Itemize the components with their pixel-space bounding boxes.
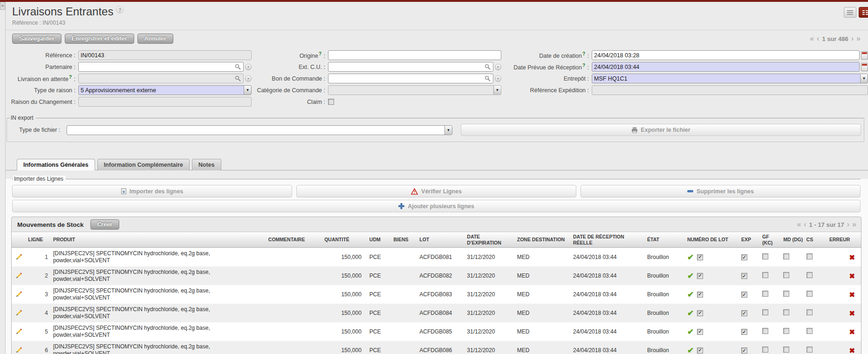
field-warehouse-select[interactable]: MSF HQ1C1▼ <box>592 74 868 83</box>
expiry-date-cell: 31/12/2020 <box>465 304 515 322</box>
biens-cell <box>392 248 418 267</box>
calendar-icon[interactable] <box>861 51 868 60</box>
column-header-udm[interactable]: UDM <box>368 232 392 248</box>
stock-move-row: 4 [DINJSPEC2VS] SPECTINOMYCIN hydrochlor… <box>12 304 861 322</box>
file-type-select[interactable]: ▼ <box>67 125 452 135</box>
save-edit-button[interactable]: Enregistrer et éditer <box>65 34 134 44</box>
column-header-erreur[interactable]: ERREUR <box>828 232 861 248</box>
lines-pager-next-button[interactable]: › <box>847 221 849 228</box>
lines-pager-last-button[interactable]: » <box>852 221 856 228</box>
edit-line-icon[interactable] <box>16 290 23 299</box>
column-header-biens[interactable]: BIENS <box>392 232 418 248</box>
open-search-icon[interactable]: ▼ <box>495 75 501 82</box>
delete-line-icon[interactable]: ✖ <box>849 328 855 335</box>
lot-number-checkbox: ✓ <box>697 273 703 279</box>
delete-line-icon[interactable]: ✖ <box>849 291 855 298</box>
open-search-icon[interactable]: ▼ <box>495 64 501 70</box>
field-backorder-input <box>78 74 244 83</box>
form-icon <box>862 10 868 15</box>
pager-last-button[interactable]: » <box>856 35 861 42</box>
list-view-button[interactable] <box>844 7 856 18</box>
column-header-etat[interactable]: ÉTAT <box>646 232 686 248</box>
reception-date-cell: 24/04/2018 03:44 <box>572 341 646 354</box>
exp-checkbox: ✓ <box>741 292 747 298</box>
quantity-cell: 150,000 <box>323 341 368 354</box>
column-header-cs[interactable]: CS <box>805 232 828 248</box>
delete-line-icon[interactable]: ✖ <box>849 254 855 261</box>
column-header-lot[interactable]: LOT <box>418 232 465 248</box>
field-creation-date-input[interactable]: 24/04/2018 03:28 <box>592 50 860 60</box>
column-header-gf-kc[interactable]: GF (KC) <box>761 232 782 248</box>
comment-cell <box>267 322 323 341</box>
lines-pager-first-button[interactable]: « <box>797 221 801 228</box>
import-lines-button[interactable]: Importer des lignes <box>12 185 292 197</box>
record-pager: « ‹ 1 sur 486 › » <box>810 35 861 42</box>
state-cell: Brouillon <box>646 248 686 267</box>
exp-checkbox: ✓ <box>741 254 747 260</box>
lines-pager-prev-button[interactable]: ‹ <box>804 221 806 228</box>
field-expected-date-input[interactable]: 24/04/2018 03:44 <box>592 62 860 72</box>
column-header-ligne[interactable]: LIGNE <box>27 232 52 248</box>
verify-lines-button[interactable]: Vérifier Lignes <box>296 185 576 197</box>
md-dg-checkbox: ✓ <box>783 347 789 353</box>
gf-kc-checkbox: ✓ <box>762 253 768 259</box>
field-shipment-ref-label: Référence Expédition : <box>504 87 589 94</box>
column-header-numero-de-lot[interactable]: NUMÉRO DE LOT <box>686 232 740 248</box>
cancel-button[interactable]: Annuler <box>137 34 173 44</box>
chevron-down-icon[interactable]: ▼ <box>244 86 251 95</box>
tab-notes[interactable]: Notes <box>192 159 221 170</box>
delete-line-icon[interactable]: ✖ <box>849 272 855 279</box>
column-header-zone-destination[interactable]: ZONE DESTINATION <box>516 232 572 248</box>
field-purchase-order-input[interactable] <box>328 74 493 83</box>
column-header-produit[interactable]: PRODUIT <box>52 232 267 248</box>
pager-first-button[interactable]: « <box>810 35 814 42</box>
edit-line-icon[interactable] <box>16 327 23 336</box>
column-header-commentaire[interactable]: COMMENTAIRE <box>267 232 323 248</box>
tab-informations-generales[interactable]: Informations Générales <box>17 159 95 170</box>
edit-line-icon[interactable] <box>16 346 23 354</box>
expand-sidebar-icon[interactable]: » <box>0 2 5 10</box>
search-icon[interactable] <box>485 64 491 70</box>
field-ext-cu-input[interactable] <box>328 62 493 72</box>
field-origin-input[interactable] <box>328 50 501 60</box>
add-multiple-lines-button[interactable]: Ajouter plusieurs lignes <box>12 200 861 212</box>
calendar-icon[interactable] <box>861 63 868 71</box>
save-button[interactable]: Sauvegarder <box>12 34 62 44</box>
title-help-icon[interactable]: ? <box>116 6 123 14</box>
delete-line-icon[interactable]: ✖ <box>849 347 855 354</box>
search-icon[interactable] <box>235 64 241 70</box>
form-view-button[interactable] <box>859 7 868 18</box>
edit-line-icon[interactable] <box>16 272 23 280</box>
open-search-icon[interactable]: ▼ <box>245 64 252 70</box>
pager-prev-button[interactable]: ‹ <box>817 35 819 42</box>
column-header-date-expiration[interactable]: DATE D'EXPIRATION <box>465 232 515 248</box>
create-line-button[interactable]: Créer <box>90 219 120 230</box>
export-file-button[interactable]: Exporter le fichier <box>461 124 861 136</box>
delete-line-icon[interactable]: ✖ <box>849 310 855 317</box>
state-cell: Brouillon <box>646 322 686 341</box>
field-reason-type-select[interactable]: 5 Approvisionnement externe▼ <box>78 85 252 95</box>
line-valid-icon: ✔ <box>687 253 694 261</box>
column-header-date-reception[interactable]: DATE DE RÉCEPTION RÉELLE <box>572 232 646 248</box>
tab-information-complementaire[interactable]: Information Complémentaire <box>97 159 190 170</box>
edit-line-icon[interactable] <box>16 309 23 318</box>
cs-checkbox: ✓ <box>806 291 813 297</box>
search-icon[interactable] <box>485 75 491 82</box>
line-valid-icon: ✔ <box>687 347 694 354</box>
chevron-down-icon[interactable]: ▼ <box>444 126 452 135</box>
field-shipment-ref-input <box>592 85 868 95</box>
delete-lines-button[interactable]: Supprimer les lignes <box>581 185 861 197</box>
warning-icon <box>411 188 418 195</box>
edit-line-icon[interactable] <box>16 253 23 262</box>
column-header-md-dg[interactable]: MD (DG) <box>782 232 805 248</box>
column-header-exp[interactable]: EXP <box>740 232 761 248</box>
chevron-down-icon[interactable]: ▼ <box>860 74 868 83</box>
column-header-quantite[interactable]: QUANTITÉ <box>323 232 368 248</box>
in-export-legend: IN export <box>10 115 36 121</box>
pager-next-button[interactable]: › <box>851 35 854 42</box>
product-cell: [DINJSPEC2VS] SPECTINOMYCIN hydrochlorid… <box>52 341 267 354</box>
lot-number-checkbox: ✓ <box>697 254 703 260</box>
field-partner-input[interactable] <box>78 62 244 72</box>
product-cell: [DINJSPEC2VS] SPECTINOMYCIN hydrochlorid… <box>52 266 267 285</box>
plus-icon <box>398 203 404 209</box>
